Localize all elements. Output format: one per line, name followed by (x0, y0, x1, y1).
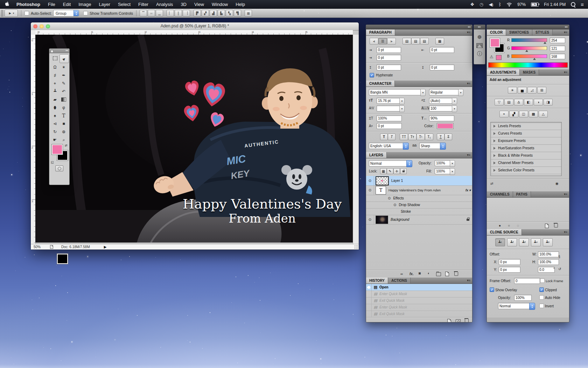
green-slider[interactable] (511, 46, 547, 50)
zoom-tool[interactable]: ⌕ (59, 136, 68, 144)
red-slider[interactable] (511, 38, 547, 42)
eye-icon[interactable]: ⊙ (393, 203, 396, 207)
quick-mask-button[interactable] (55, 165, 63, 171)
palette-close-icon[interactable] (50, 50, 54, 53)
eraser-tool[interactable]: ▰ (51, 95, 59, 103)
menu-help[interactable]: Help (232, 2, 249, 7)
blend-mode-stepper-icon[interactable]: ▲▼ (406, 160, 412, 167)
blend-mode-field[interactable]: Normal (369, 160, 409, 166)
hue-saturation-icon[interactable]: ▤ (504, 99, 513, 105)
volume-icon[interactable]: ◀) (489, 2, 493, 7)
leading-field[interactable]: (Auto) (429, 98, 454, 104)
offset-x-field[interactable]: 0 px (499, 259, 520, 265)
window-resize-grip[interactable] (354, 245, 358, 249)
lock-position-button[interactable]: ✛ (393, 168, 400, 174)
layer-name[interactable]: Happy Valentines's Day From Aden (388, 188, 441, 192)
strikethrough-button[interactable]: T (444, 134, 452, 140)
threshold-icon[interactable]: ◫ (519, 111, 528, 117)
history-state-dimmed[interactable]: ▤ Exit Quick Mask (366, 311, 472, 318)
justify-all-button[interactable]: ▦ (435, 38, 444, 45)
font-size-field[interactable]: 15.76 pt (377, 98, 402, 104)
channel-mixer-icon[interactable]: ◨ (544, 99, 553, 105)
status-page-icon[interactable] (50, 245, 53, 248)
histogram-icon[interactable] (476, 43, 483, 48)
tab-swatches[interactable]: SWATCHES (506, 29, 532, 35)
history-source-well[interactable] (366, 297, 372, 304)
menu-file[interactable]: File (44, 2, 59, 7)
h-field[interactable]: 100.0% (538, 259, 559, 265)
align-left-button[interactable]: ⫷ (370, 38, 378, 45)
clone-blend-field[interactable]: Normal (498, 303, 532, 309)
history-source-well[interactable] (366, 291, 372, 297)
clone-source-2-button[interactable]: ┻² (507, 238, 517, 246)
clone-opacity-field[interactable]: 100% (514, 295, 532, 301)
menu-filter[interactable]: Filter (134, 2, 152, 7)
font-size-dropdown-icon[interactable]: ▼ (399, 98, 405, 104)
panel-menu-icon[interactable]: ▾≡ (562, 69, 569, 75)
frame-offset-field[interactable]: 0 (514, 278, 540, 284)
space-before-field[interactable]: 0 pt (377, 64, 401, 70)
green-slider-thumb[interactable] (525, 50, 528, 52)
preset-curves[interactable]: Curves Presets (491, 130, 561, 137)
info-icon[interactable]: ⓘ (477, 51, 482, 57)
gamut-swatch[interactable] (496, 55, 502, 60)
align-center-button[interactable]: ☰ (378, 38, 387, 45)
clipped-checkbox[interactable]: ✓ (539, 287, 544, 292)
eye-icon[interactable]: ⊙ (388, 196, 391, 200)
menu-window[interactable]: Window (208, 2, 232, 7)
type-tool[interactable]: T (59, 111, 68, 120)
font-style-dropdown-icon[interactable]: ▼ (458, 89, 463, 96)
exposure-icon[interactable]: ⊞ (537, 87, 546, 94)
background-color-swatch[interactable] (57, 254, 68, 264)
palette-collapse-icon[interactable]: ▸▸ (66, 49, 68, 52)
rectangular-marquee-tool[interactable] (51, 54, 59, 62)
delete-state-icon[interactable] (465, 319, 469, 322)
save-selection-icon[interactable]: ○ (508, 224, 510, 227)
blue-slider[interactable] (511, 54, 547, 58)
panel-menu-icon[interactable]: ▾≡ (562, 29, 569, 35)
preset-selective-color[interactable]: Selective Color Presets (491, 166, 561, 174)
preset-black-white[interactable]: Black & White Presets (491, 152, 561, 159)
navigator-icon[interactable]: ☸ (477, 34, 482, 40)
history-state-dimmed[interactable]: ▤ Enter Quick Mask (366, 304, 472, 311)
blue-value-field[interactable]: 168 (550, 54, 565, 59)
align-right-button[interactable]: ⫸ (387, 38, 396, 45)
canvas[interactable]: AUTHENTIC MIC KEY (35, 35, 353, 243)
layer-row-layer1[interactable]: ⊙ Layer 1 (366, 176, 472, 186)
tab-layers[interactable]: LAYERS (366, 152, 387, 158)
panel-menu-icon[interactable]: ▾≡ (465, 29, 472, 35)
fill-dropdown-icon[interactable]: ▼ (450, 168, 455, 175)
adjustment-layer-icon[interactable]: ◐ (428, 271, 430, 275)
new-path-icon[interactable] (545, 224, 549, 228)
layer-row-text[interactable]: ⊙ T Happy Valentines's Day From Aden fx … (366, 185, 472, 195)
preset-hue-saturation[interactable]: Hue/Saturation Presets (491, 144, 561, 152)
magic-wand-tool[interactable]: ✶ (59, 63, 68, 71)
small-caps-button[interactable]: Tᴛ (408, 134, 416, 140)
delete-channel-icon[interactable] (554, 224, 558, 227)
new-group-icon[interactable] (436, 272, 441, 276)
history-state-dimmed[interactable]: ▤ Enter Quick Mask (366, 291, 472, 298)
background-layer-row[interactable]: ⊙ Background (366, 215, 472, 225)
tab-history[interactable]: HISTORY (366, 278, 388, 284)
hyphenate-checkbox[interactable]: ✓ (370, 73, 374, 77)
faux-bold-button[interactable]: T (380, 134, 388, 140)
tab-paragraph[interactable]: PARAGRAPH (366, 29, 395, 35)
preset-levels[interactable]: Levels Presets (491, 122, 561, 130)
new-snapshot-icon[interactable] (456, 319, 461, 322)
doc-size-readout[interactable]: Doc: 6.18M/7.58M (61, 245, 90, 249)
all-caps-button[interactable]: TT (400, 134, 408, 140)
wifi-icon[interactable] (506, 2, 512, 7)
effects-label[interactable]: Effects (393, 196, 404, 200)
faux-italic-button[interactable]: T (388, 134, 396, 140)
blur-tool[interactable]: ⬮ (51, 103, 59, 111)
black-white-icon[interactable]: ◧ (524, 99, 533, 105)
gradient-tool[interactable] (59, 95, 68, 103)
history-brush-tool[interactable]: ↶ (59, 87, 68, 95)
pen-tool[interactable]: ♠ (51, 111, 59, 120)
vertical-scrollbar[interactable] (353, 35, 359, 244)
link-layers-icon[interactable]: ∞ (400, 272, 403, 276)
tab-actions[interactable]: ACTIONS (388, 278, 411, 284)
stroke-label[interactable]: Stroke (401, 210, 411, 213)
kerning-dropdown-icon[interactable]: ▼ (399, 105, 405, 112)
dock-collapse-strip[interactable]: ◂◂ (366, 25, 472, 29)
